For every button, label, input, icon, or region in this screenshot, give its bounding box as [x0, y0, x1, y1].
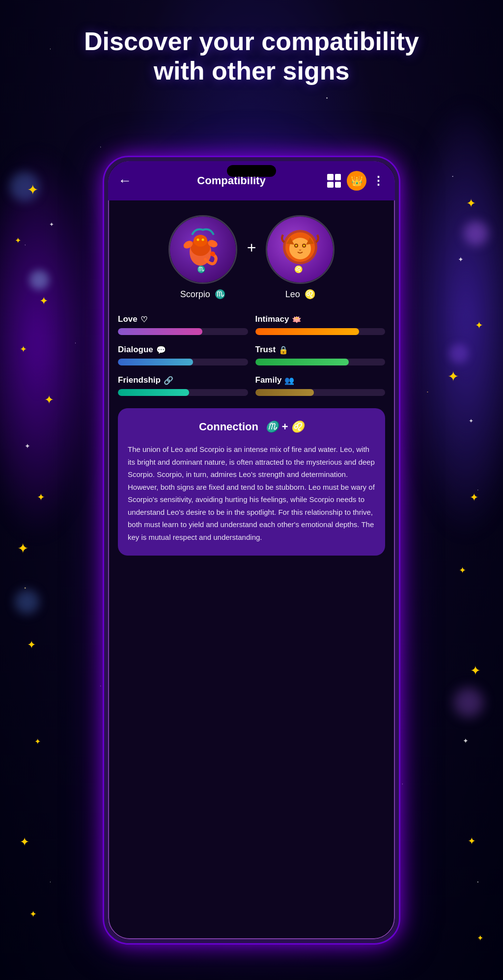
leo-name: Leo ♌	[285, 289, 315, 300]
sparkle-12: ✦	[20, 835, 29, 849]
svg-point-13	[289, 238, 311, 259]
heading-line2: with other signs	[154, 56, 350, 85]
metrics-grid: Love ♡ Intimacy 🪷	[118, 314, 385, 396]
sparkle-8: ✦	[37, 491, 45, 503]
metric-love: Love ♡	[118, 314, 248, 335]
metric-love-label: Love ♡	[118, 314, 248, 324]
trust-bar-fill	[255, 359, 349, 365]
intimacy-icon: 🪷	[292, 315, 302, 324]
scorpio-name: Scorpio ♏	[180, 289, 225, 300]
metric-trust: Trust 🔒	[255, 345, 386, 365]
sparkle-6: ✦	[44, 393, 54, 407]
purple-orb-2	[449, 344, 469, 364]
main-heading: Discover your compatibility with other s…	[0, 27, 503, 86]
svg-point-16	[295, 245, 297, 247]
leo-circle: ♌	[266, 215, 335, 284]
friendship-icon: 🔗	[164, 376, 173, 385]
svg-point-5	[210, 252, 215, 256]
sparkle-13: ✦	[29, 909, 37, 920]
family-bar-fill	[255, 389, 314, 396]
connection-box: Connection ♏ + ♌ The union of Leo and Sc…	[118, 408, 385, 556]
plus-separator: +	[247, 239, 256, 257]
phone-frame: ← Compatibility 👑 ⋮	[104, 157, 399, 943]
svg-point-6	[194, 235, 207, 247]
love-bar-bg	[118, 328, 248, 335]
phone-notch	[227, 165, 276, 177]
app-content: ♏ Scorpio ♏ +	[108, 200, 395, 939]
sparkle-7: ✦	[25, 442, 30, 450]
sparkle-3: ✦	[39, 295, 48, 308]
leo-symbol: ♌	[305, 289, 315, 299]
grid-cell-1	[327, 174, 334, 180]
sparkle-r11: ✦	[477, 933, 483, 943]
sparkle-10: ✦	[27, 639, 36, 651]
sparkle-r4: ✦	[447, 368, 459, 385]
metric-intimacy-label: Intimacy 🪷	[255, 314, 386, 324]
metric-trust-label: Trust 🔒	[255, 345, 386, 355]
sparkle-5: ✦	[20, 344, 27, 355]
sparkle-2: ✦	[15, 236, 21, 245]
scorpio-symbol: ♏	[215, 289, 225, 299]
metric-family-label: Family 👥	[255, 375, 386, 385]
svg-text:♌: ♌	[294, 265, 303, 274]
connection-text: The union of Leo and Scorpio is an inten…	[128, 443, 375, 543]
sparkle-4: ✦	[49, 221, 54, 228]
scorpio-bg: ♏	[170, 217, 236, 282]
svg-point-8	[201, 239, 204, 241]
love-icon: ♡	[140, 315, 147, 324]
metric-intimacy: Intimacy 🪷	[255, 314, 386, 335]
sparkle-r7: ✦	[459, 565, 466, 576]
metric-friendship: Friendship 🔗	[118, 375, 248, 396]
sparkle-r2: ✦	[458, 255, 464, 263]
grid-cell-2	[335, 174, 341, 180]
dialogue-icon: 💬	[156, 345, 166, 355]
love-bar-fill	[118, 328, 202, 335]
family-icon: 👥	[284, 376, 294, 385]
svg-point-17	[303, 245, 305, 247]
friendship-bar-fill	[118, 389, 189, 396]
metric-friendship-label: Friendship 🔗	[118, 375, 248, 385]
glow-left	[0, 147, 98, 540]
sparkle-r10: ✦	[468, 835, 476, 847]
back-button[interactable]: ←	[118, 173, 136, 189]
dialogue-bar-bg	[118, 359, 248, 365]
grid-view-button[interactable]	[327, 174, 341, 188]
svg-point-7	[196, 239, 199, 241]
leo-svg: ♌	[271, 220, 330, 279]
sparkle-r6: ✦	[470, 491, 478, 504]
sparkle-r9: ✦	[463, 737, 469, 745]
heading-line1: Discover your compatibility	[84, 27, 419, 56]
crown-badge[interactable]: 👑	[347, 171, 366, 191]
metric-dialogue: Dialogue 💬	[118, 345, 248, 365]
leo-sign: ♌ Leo ♌	[266, 215, 335, 300]
family-bar-bg	[255, 389, 386, 396]
signs-row: ♏ Scorpio ♏ +	[118, 215, 385, 300]
more-options-button[interactable]: ⋮	[372, 174, 385, 188]
scorpio-sign: ♏ Scorpio ♏	[168, 215, 237, 300]
purple-orb-1	[464, 221, 488, 246]
sparkle-11: ✦	[34, 737, 41, 746]
scorpio-circle: ♏	[168, 215, 237, 284]
grid-cell-3	[327, 182, 334, 188]
friendship-bar-bg	[118, 389, 248, 396]
header-icons: 👑 ⋮	[327, 171, 385, 191]
purple-orb-3	[454, 688, 483, 717]
phone-screen: ← Compatibility 👑 ⋮	[108, 161, 395, 939]
metric-family: Family 👥	[255, 375, 386, 396]
blue-orb-2	[29, 270, 49, 290]
svg-text:♏: ♏	[197, 265, 206, 274]
trust-bar-bg	[255, 359, 386, 365]
intimacy-bar-fill	[255, 328, 360, 335]
connection-title: Connection ♏ + ♌	[128, 420, 375, 433]
trust-icon: 🔒	[279, 345, 288, 355]
sparkle-r5: ✦	[469, 418, 474, 424]
leo-bg: ♌	[267, 217, 333, 282]
blue-orb-3	[15, 589, 39, 614]
scorpio-svg: ♏	[173, 220, 232, 279]
crown-icon: 👑	[351, 175, 363, 187]
sparkle-r1: ✦	[466, 196, 476, 210]
grid-cell-4	[335, 182, 341, 188]
dialogue-bar-fill	[118, 359, 193, 365]
sparkle-r3: ✦	[475, 319, 483, 331]
glow-right	[405, 98, 503, 540]
